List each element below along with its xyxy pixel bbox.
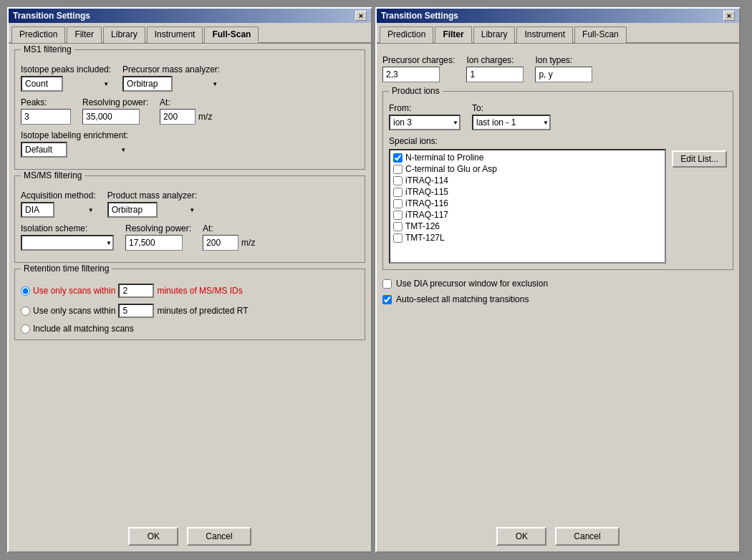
- right-dialog-body: Precursor charges: Ion charges: Ion type…: [377, 44, 739, 521]
- left-dialog-body: MS1 filtering Isotope peaks included: Co…: [9, 44, 371, 521]
- right-bottom-buttons: OK Cancel: [377, 521, 739, 551]
- left-dialog-title: Transition Settings: [13, 11, 90, 21]
- ion-checkbox-2[interactable]: [393, 176, 402, 185]
- at-input[interactable]: [160, 109, 196, 125]
- to-select-wrapper[interactable]: last ion - 1: [472, 115, 551, 130]
- isotope-enrichment-select-wrapper[interactable]: Default: [21, 142, 128, 158]
- ion-types-input[interactable]: [535, 67, 592, 82]
- precursor-mass-select-wrapper[interactable]: Orbitrap: [122, 76, 220, 92]
- right-dialog-title: Transition Settings: [381, 11, 458, 21]
- product-ions-title: Product ions: [389, 86, 443, 96]
- tab-prediction-left[interactable]: Prediction: [11, 26, 65, 43]
- resolving-power-input[interactable]: [82, 109, 140, 125]
- isotope-enrichment-select[interactable]: Default: [21, 142, 67, 158]
- auto-select-checkbox-row: Auto-select all matching transitions: [382, 294, 733, 304]
- left-title-bar: Transition Settings ×: [9, 9, 371, 23]
- ion-label-0: N-terminal to Proline: [405, 153, 483, 163]
- ion-label-4: iTRAQ-116: [405, 198, 448, 208]
- product-mass-select-wrapper[interactable]: Orbitrap: [107, 202, 197, 218]
- ion-checkbox-6[interactable]: [393, 222, 402, 231]
- left-tabs: Prediction Filter Library Instrument Ful…: [9, 23, 371, 44]
- tab-instrument-right[interactable]: Instrument: [516, 26, 573, 43]
- list-item: iTRAQ-117: [392, 209, 663, 221]
- msms-resolving-input[interactable]: [125, 235, 183, 251]
- ion-checkbox-7[interactable]: [393, 233, 402, 243]
- at-field: At: m/z: [160, 97, 212, 125]
- left-close-button[interactable]: ×: [355, 11, 367, 21]
- resolving-power-label: Resolving power:: [82, 97, 148, 107]
- ms1-filtering-group: MS1 filtering Isotope peaks included: Co…: [14, 49, 365, 170]
- retention-time-group: Retention time filtering Use only scans …: [14, 269, 365, 340]
- precursor-charges-field: Precursor charges:: [382, 55, 455, 82]
- list-item: iTRAQ-114: [392, 175, 663, 186]
- special-ions-label: Special ions:: [389, 136, 438, 146]
- isolation-select[interactable]: [21, 235, 114, 251]
- mz-label: m/z: [198, 112, 212, 122]
- precursor-mass-field: Precursor mass analyzer: Orbitrap: [122, 64, 220, 92]
- ion-checkbox-5[interactable]: [393, 211, 402, 220]
- left-cancel-button[interactable]: Cancel: [187, 527, 251, 546]
- ion-types-label: Ion types:: [535, 55, 592, 65]
- peaks-label: Peaks:: [21, 97, 71, 107]
- acquisition-label: Acquisition method:: [21, 190, 96, 201]
- option1-value-input[interactable]: [118, 284, 154, 298]
- tab-filter-right[interactable]: Filter: [435, 26, 471, 43]
- ion-checkbox-3[interactable]: [393, 188, 402, 197]
- right-dialog: Transition Settings × Prediction Filter …: [375, 7, 741, 553]
- dia-checkbox-row: Use DIA precursor window for exclusion: [382, 279, 733, 289]
- tab-instrument-left[interactable]: Instrument: [147, 26, 203, 43]
- product-mass-select[interactable]: Orbitrap: [107, 202, 158, 218]
- tab-filter-left[interactable]: Filter: [67, 26, 102, 43]
- isolation-select-wrapper[interactable]: [21, 235, 114, 251]
- option2-prefix: Use only scans within: [33, 306, 115, 316]
- ion-checkbox-1[interactable]: [393, 165, 402, 174]
- radio-option2[interactable]: [21, 306, 30, 316]
- tab-fullscan-right[interactable]: Full-Scan: [574, 26, 627, 43]
- radio-row-1: Use only scans within minutes of MS/MS I…: [21, 284, 359, 298]
- ion-charges-input[interactable]: [466, 67, 524, 82]
- right-close-button[interactable]: ×: [723, 11, 735, 21]
- precursor-mass-select[interactable]: Orbitrap: [122, 76, 173, 92]
- peaks-field: Peaks:: [21, 97, 71, 125]
- ion-checkbox-4[interactable]: [393, 199, 402, 208]
- from-select[interactable]: ion 3: [389, 115, 461, 130]
- tab-library-right[interactable]: Library: [473, 26, 516, 43]
- list-item: C-terminal to Glu or Asp: [392, 163, 663, 175]
- tab-fullscan-left[interactable]: Full-Scan: [204, 26, 259, 43]
- ion-checkbox-0[interactable]: [393, 153, 402, 163]
- right-ok-button[interactable]: OK: [496, 527, 546, 546]
- left-ok-button[interactable]: OK: [128, 527, 178, 546]
- radio-option3[interactable]: [21, 324, 30, 334]
- tab-prediction-right[interactable]: Prediction: [380, 26, 433, 43]
- from-label: From:: [389, 103, 461, 113]
- dia-checkbox[interactable]: [382, 279, 392, 289]
- acquisition-field: Acquisition method: DIA: [21, 190, 96, 218]
- left-dialog: Transition Settings × Prediction Filter …: [7, 7, 372, 553]
- isotope-peaks-label: Isotope peaks included:: [21, 64, 111, 74]
- radio-option1[interactable]: [21, 286, 30, 296]
- right-cancel-button[interactable]: Cancel: [555, 527, 619, 546]
- acquisition-select-wrapper[interactable]: DIA: [21, 202, 96, 218]
- isotope-peaks-select[interactable]: Count: [21, 76, 63, 92]
- from-select-wrapper[interactable]: ion 3: [389, 115, 461, 130]
- peaks-input[interactable]: [21, 109, 71, 125]
- to-select[interactable]: last ion - 1: [472, 115, 551, 130]
- radio-row-3: Include all matching scans: [21, 324, 359, 334]
- msms-resolving-label: Resolving power:: [125, 223, 191, 233]
- isolation-label: Isolation scheme:: [21, 223, 114, 233]
- option2-value-input[interactable]: [118, 304, 154, 318]
- to-field: To: last ion - 1: [472, 103, 551, 130]
- tab-library-left[interactable]: Library: [103, 26, 145, 43]
- at-label: At:: [160, 97, 212, 107]
- ion-charges-label: Ion charges:: [466, 55, 524, 65]
- auto-select-checkbox[interactable]: [382, 295, 392, 304]
- isotope-peaks-select-wrapper[interactable]: Count: [21, 76, 111, 92]
- msms-mz-label: m/z: [241, 238, 255, 248]
- precursor-charges-input[interactable]: [382, 67, 440, 82]
- ion-label-1: C-terminal to Glu or Asp: [405, 164, 497, 174]
- msms-at-input[interactable]: [203, 235, 238, 251]
- edit-list-button[interactable]: Edit List...: [672, 150, 727, 168]
- ion-types-field: Ion types:: [535, 55, 592, 82]
- ion-label-3: iTRAQ-115: [405, 187, 448, 197]
- acquisition-select[interactable]: DIA: [21, 202, 54, 218]
